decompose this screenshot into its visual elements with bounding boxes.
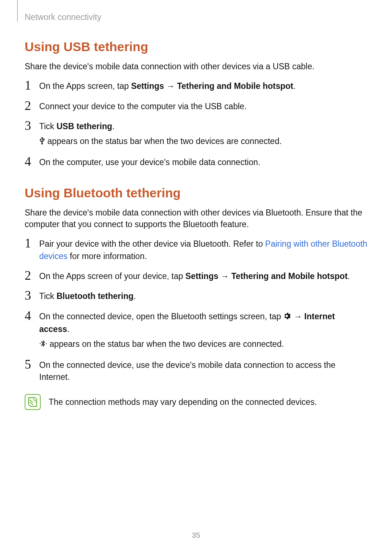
text: .: [67, 324, 69, 334]
side-rule: [17, 0, 18, 22]
bt-step-1: 1 Pair your device with the other device…: [25, 238, 367, 262]
note: The connection methods may vary dependin…: [25, 394, 367, 410]
step-text: On the connected device, use the device'…: [39, 360, 335, 382]
usb-steps: 1 On the Apps screen, tap Settings → Tet…: [25, 80, 367, 168]
bt-step-5: 5 On the connected device, use the devic…: [25, 359, 367, 383]
bold-settings: Settings: [131, 81, 164, 91]
bt-step-3: 3 Tick Bluetooth tethering.: [25, 290, 367, 302]
usb-step-3: 3 Tick USB tethering. appears on the sta…: [25, 120, 367, 148]
bold-tethering: Tethering and Mobile hotspot: [177, 81, 293, 91]
text: appears on the status bar when the two d…: [49, 339, 284, 349]
bt-step-4-sub: appears on the status bar when the two d…: [39, 338, 367, 351]
text: .: [348, 271, 350, 281]
step-text: Pair your device with the other device v…: [39, 239, 367, 260]
bt-step-2: 2 On the Apps screen of your device, tap…: [25, 270, 367, 282]
usb-intro: Share the device's mobile data connectio…: [25, 61, 367, 72]
text: On the connected device, open the Blueto…: [39, 312, 283, 321]
step-text: On the connected device, open the Blueto…: [39, 312, 335, 334]
text: Tick: [39, 122, 57, 131]
step-number: 4: [25, 307, 36, 325]
step-text: Connect your device to the computer via …: [39, 102, 246, 111]
page-number: 35: [0, 531, 392, 539]
heading-bt-tethering: Using Bluetooth tethering: [25, 186, 367, 200]
text: .: [293, 81, 295, 91]
bold-bt-tethering: Bluetooth tethering: [57, 291, 134, 301]
step-number: 5: [25, 356, 36, 374]
step-text: Tick Bluetooth tethering.: [39, 291, 136, 301]
text: On the Apps screen of your device, tap: [39, 271, 185, 281]
bt-intro: Share the device's mobile data connectio…: [25, 207, 367, 230]
bold-tethering: Tethering and Mobile hotspot: [231, 271, 347, 281]
step-text: Tick USB tethering.: [39, 122, 114, 131]
note-text: The connection methods may vary dependin…: [49, 396, 317, 408]
bluetooth-tether-icon: [39, 339, 47, 351]
text: Pair your device with the other device v…: [39, 239, 265, 249]
step-number: 2: [25, 267, 36, 285]
arrow: →: [164, 81, 177, 91]
usb-step-4: 4 On the computer, use your device's mob…: [25, 156, 367, 168]
step-text: On the Apps screen of your device, tap S…: [39, 271, 350, 281]
bt-steps: 1 Pair your device with the other device…: [25, 238, 367, 383]
text: .: [112, 122, 114, 131]
heading-usb-tethering: Using USB tethering: [25, 40, 367, 54]
step-text: On the computer, use your device's mobil…: [39, 157, 260, 167]
bold-usb-tethering: USB tethering: [57, 122, 112, 131]
text: Tick: [39, 291, 57, 301]
step-text: On the Apps screen, tap Settings → Tethe…: [39, 81, 295, 91]
step-number: 3: [25, 287, 36, 305]
usb-icon: [39, 136, 45, 148]
arrow: →: [218, 271, 231, 281]
usb-step-3-sub: appears on the status bar when the two d…: [39, 135, 367, 148]
note-icon: [25, 394, 41, 410]
text: for more information.: [68, 251, 147, 261]
gear-icon: [283, 311, 291, 323]
arrow: →: [291, 312, 305, 321]
step-number: 3: [25, 117, 36, 135]
svg-point-0: [40, 343, 41, 344]
step-number: 1: [25, 77, 36, 95]
step-number: 1: [25, 234, 36, 253]
text: On the Apps screen, tap: [39, 81, 131, 91]
svg-point-1: [46, 343, 47, 344]
step-number: 2: [25, 97, 36, 115]
text: .: [134, 291, 136, 301]
page-content: Network connectivity Using USB tethering…: [0, 0, 392, 410]
bold-settings: Settings: [185, 271, 219, 281]
breadcrumb: Network connectivity: [25, 12, 367, 22]
usb-step-2: 2 Connect your device to the computer vi…: [25, 100, 367, 112]
text: appears on the status bar when the two d…: [47, 136, 282, 146]
usb-step-1: 1 On the Apps screen, tap Settings → Tet…: [25, 80, 367, 92]
bt-step-4: 4 On the connected device, open the Blue…: [25, 311, 367, 351]
step-number: 4: [25, 153, 36, 171]
